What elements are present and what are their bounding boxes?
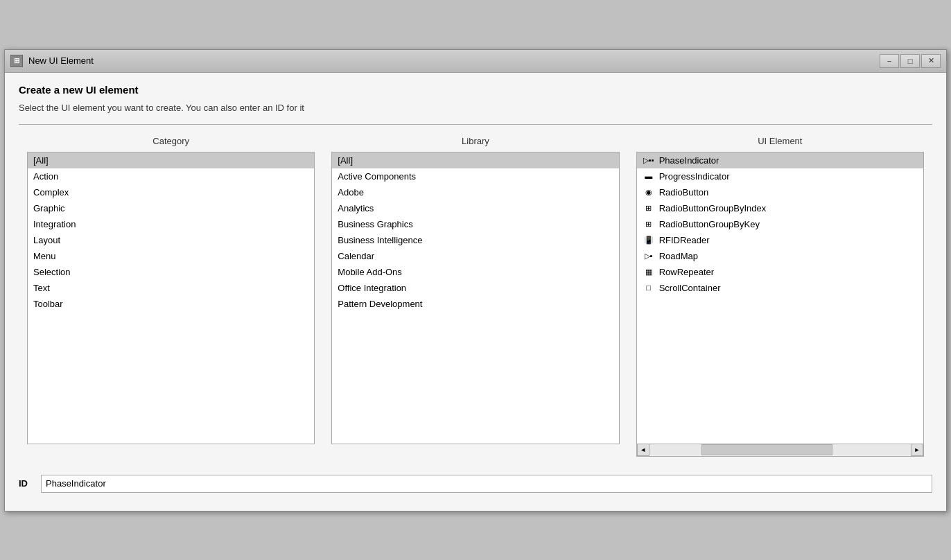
list-item[interactable]: ◉ RadioButton: [637, 184, 923, 200]
id-input[interactable]: [41, 475, 932, 493]
divider: [19, 124, 932, 125]
scroll-right-button[interactable]: ►: [911, 444, 923, 456]
title-bar-left: ⊞ New UI Element: [10, 55, 94, 67]
list-item[interactable]: ▷▪ RoadMap: [637, 248, 923, 264]
scroll-track[interactable]: [649, 444, 911, 455]
list-item[interactable]: Pattern Development: [332, 296, 618, 312]
phase-indicator-icon: ▷▪▪: [643, 156, 655, 165]
list-item[interactable]: Menu: [28, 248, 314, 264]
close-button[interactable]: ✕: [921, 54, 941, 68]
progress-indicator-icon: ▬: [643, 172, 655, 180]
window-title: New UI Element: [28, 55, 94, 66]
list-item[interactable]: 📳 RFIDReader: [637, 232, 923, 248]
list-item[interactable]: Selection: [28, 264, 314, 280]
list-item[interactable]: Office Integration: [332, 280, 618, 296]
category-list-container: [All] Action Complex Graphic Integration…: [27, 152, 315, 444]
list-item[interactable]: Text: [28, 280, 314, 296]
scroll-container-icon: □: [643, 283, 655, 292]
list-item[interactable]: Graphic: [28, 200, 314, 216]
list-item[interactable]: ⊞ RadioButtonGroupByKey: [637, 216, 923, 232]
dialog-content: Create a new UI element Select the UI el…: [5, 73, 946, 511]
minimize-button[interactable]: −: [880, 54, 899, 68]
list-item[interactable]: ▷▪▪ PhaseIndicator: [637, 152, 923, 168]
page-title: Create a new UI element: [19, 84, 932, 96]
category-column: Category [All] Action Complex Graphic In…: [19, 136, 323, 457]
radio-button-group-key-icon: ⊞: [643, 220, 655, 229]
list-item[interactable]: □ ScrollContainer: [637, 280, 923, 296]
list-item[interactable]: Layout: [28, 232, 314, 248]
columns-section: Category [All] Action Complex Graphic In…: [19, 136, 932, 457]
library-list-container: [All] Active Components Adobe Analytics …: [331, 152, 619, 444]
list-item[interactable]: [All]: [332, 152, 618, 168]
list-item[interactable]: Analytics: [332, 200, 618, 216]
horizontal-scrollbar[interactable]: ◄ ►: [637, 444, 923, 456]
list-item[interactable]: Complex: [28, 184, 314, 200]
category-header: Category: [152, 136, 189, 146]
ui-element-list-container: ▷▪▪ PhaseIndicator ▬ ProgressIndicator ◉…: [636, 152, 924, 457]
ui-element-list[interactable]: ▷▪▪ PhaseIndicator ▬ ProgressIndicator ◉…: [637, 152, 923, 444]
ui-element-header: UI Element: [758, 136, 802, 146]
list-item[interactable]: Calendar: [332, 248, 618, 264]
list-item[interactable]: Toolbar: [28, 296, 314, 312]
list-item[interactable]: Active Components: [332, 168, 618, 184]
roadmap-icon: ▷▪: [643, 252, 655, 261]
list-item[interactable]: [All]: [28, 152, 314, 168]
category-list[interactable]: [All] Action Complex Graphic Integration…: [28, 152, 314, 444]
list-item[interactable]: ▬ ProgressIndicator: [637, 168, 923, 184]
dialog-window: ⊞ New UI Element − □ ✕ Create a new UI e…: [4, 49, 947, 511]
list-item[interactable]: Business Intelligence: [332, 232, 618, 248]
list-item[interactable]: ▦ RowRepeater: [637, 264, 923, 280]
title-bar: ⊞ New UI Element − □ ✕: [5, 50, 946, 73]
list-item[interactable]: ⊞ RadioButtonGroupByIndex: [637, 200, 923, 216]
title-bar-buttons: − □ ✕: [880, 54, 941, 68]
radio-button-group-index-icon: ⊞: [643, 204, 655, 213]
list-item[interactable]: Business Graphics: [332, 216, 618, 232]
id-label: ID: [19, 478, 33, 489]
row-repeater-icon: ▦: [643, 268, 655, 277]
list-item[interactable]: Mobile Add-Ons: [332, 264, 618, 280]
subtitle: Select the UI element you want to create…: [19, 103, 932, 113]
list-item[interactable]: Adobe: [332, 184, 618, 200]
library-header: Library: [462, 136, 489, 146]
maximize-button[interactable]: □: [900, 54, 920, 68]
rfid-reader-icon: 📳: [643, 236, 655, 245]
list-item[interactable]: Action: [28, 168, 314, 184]
list-item[interactable]: Integration: [28, 216, 314, 232]
id-row: ID: [19, 468, 932, 500]
library-column: Library [All] Active Components Adobe An…: [323, 136, 627, 457]
ui-element-column: UI Element ▷▪▪ PhaseIndicator ▬ Progress…: [628, 136, 932, 457]
scroll-left-button[interactable]: ◄: [637, 444, 649, 456]
library-list[interactable]: [All] Active Components Adobe Analytics …: [332, 152, 618, 444]
radio-button-icon: ◉: [643, 188, 655, 197]
scroll-thumb[interactable]: [701, 444, 832, 455]
window-icon: ⊞: [10, 55, 23, 67]
